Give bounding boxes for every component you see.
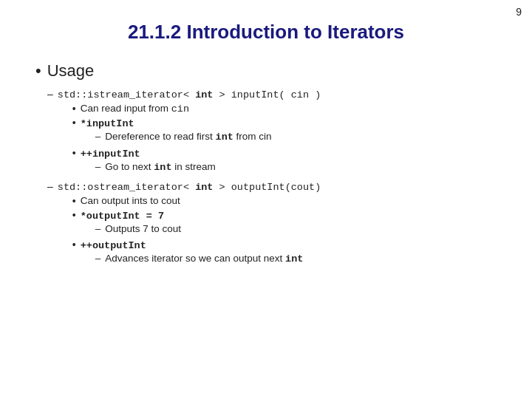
sub-bullet-3: • bbox=[72, 147, 76, 159]
inc-outputint-sub: – Advances iterator so we can output nex… bbox=[81, 253, 304, 265]
sub-bullet-2: • bbox=[72, 117, 76, 129]
ostream-sub-item-2: • *outputInt = 7 – Outputs 7 to cout bbox=[72, 209, 497, 236]
ostream-content: std::ostream_iterator< int > outputInt(c… bbox=[58, 180, 497, 269]
inc-inputint-sub: – Go to next int in stream bbox=[81, 161, 216, 173]
istream-code: std::istream_iterator< bbox=[58, 89, 195, 100]
istream-dash-item: – std::istream_iterator< int > inputInt(… bbox=[47, 88, 497, 177]
sub-bullet-1: • bbox=[72, 103, 76, 115]
osub-bullet-3: • bbox=[72, 239, 76, 250]
inputint-label: *inputInt bbox=[81, 118, 134, 129]
content-list: – std::istream_iterator< int > inputInt(… bbox=[35, 88, 497, 269]
advances-text: Advances iterator so we can output next … bbox=[105, 253, 303, 265]
ostream-sub-item-3: • ++outputInt – Advances iterator so we … bbox=[72, 239, 497, 267]
slide-title: 21.1.2 Introduction to Iterators bbox=[35, 21, 497, 44]
istream-rest: > inputInt( cin ) bbox=[213, 89, 321, 100]
advances-dash: – bbox=[95, 253, 101, 264]
ostream-sub-text-1: Can output ints to cout bbox=[81, 195, 180, 206]
slide-container: 21.1.2 Introduction to Iterators •Usage … bbox=[0, 0, 532, 287]
inc-inputint-content: ++inputInt – Go to next int in stream bbox=[81, 147, 216, 175]
osub-bullet-1: • bbox=[72, 195, 76, 207]
advances-item: – Advances iterator so we can output nex… bbox=[95, 253, 304, 265]
usage-label: •Usage bbox=[35, 61, 497, 81]
osub-bullet-2: • bbox=[72, 209, 76, 221]
istream-sub-item-3: • ++inputInt – Go to next int in stream bbox=[72, 147, 497, 175]
inc-inputint-label: ++inputInt bbox=[81, 149, 140, 160]
istream-dash: – bbox=[47, 88, 53, 100]
istream-sub-item-1: • Can read input from cin bbox=[72, 103, 497, 115]
outputint-content: *outputInt = 7 – Outputs 7 to cout bbox=[81, 209, 181, 236]
outputs-text: Outputs 7 to cout bbox=[105, 223, 181, 234]
outputs-dash: – bbox=[95, 223, 101, 234]
outputint-sub-sub: – Outputs 7 to cout bbox=[81, 223, 181, 234]
istream-int: int bbox=[195, 89, 213, 100]
istream-sub-text-1: Can read input from cin bbox=[81, 103, 189, 115]
deref-dash: – bbox=[95, 131, 101, 142]
usage-bullet: • bbox=[35, 61, 41, 80]
ostream-dash-item: – std::ostream_iterator< int > outputInt… bbox=[47, 180, 497, 269]
deref-item: – Dereference to read first int from cin bbox=[95, 131, 272, 143]
next-item: – Go to next int in stream bbox=[95, 161, 216, 173]
outputint-label: *outputInt = 7 bbox=[81, 211, 164, 222]
istream-sub-item-2: • *inputInt – Dereference to read first … bbox=[72, 117, 497, 145]
inc-outputint-label: ++outputInt bbox=[81, 240, 146, 251]
inputint-content: *inputInt – Dereference to read first in… bbox=[81, 117, 272, 145]
ostream-rest: > outputInt(cout) bbox=[213, 182, 321, 193]
deref-text: Dereference to read first int from cin bbox=[105, 131, 271, 143]
inputint-sub-sub: – Dereference to read first int from cin bbox=[81, 131, 272, 143]
ostream-sub-list: • Can output ints to cout • *outputInt =… bbox=[58, 195, 497, 267]
ostream-int: int bbox=[195, 182, 213, 193]
istream-sub-list: • Can read input from cin • *inputInt – bbox=[58, 103, 497, 175]
next-dash: – bbox=[95, 161, 101, 172]
inc-outputint-content: ++outputInt – Advances iterator so we ca… bbox=[81, 239, 304, 267]
ostream-dash: – bbox=[47, 180, 53, 192]
ostream-code: std::ostream_iterator< bbox=[58, 182, 195, 193]
next-text: Go to next int in stream bbox=[105, 161, 216, 173]
page-number: 9 bbox=[516, 6, 522, 18]
usage-section: •Usage – std::istream_iterator< int > in… bbox=[35, 61, 497, 269]
istream-content: std::istream_iterator< int > inputInt( c… bbox=[58, 88, 497, 177]
outputs-item: – Outputs 7 to cout bbox=[95, 223, 181, 234]
ostream-sub-item-1: • Can output ints to cout bbox=[72, 195, 497, 207]
